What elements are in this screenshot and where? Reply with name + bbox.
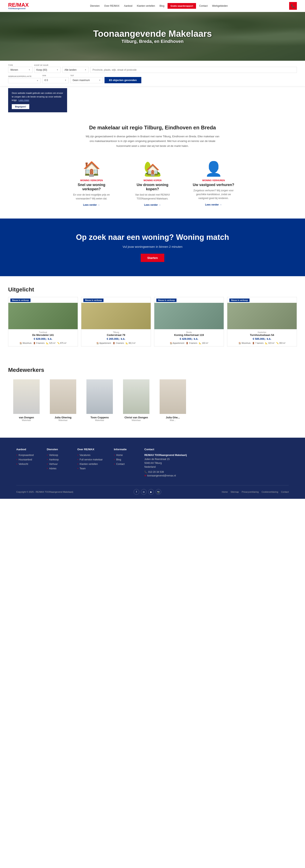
property-card-1[interactable]: Nieuw in verkoop Tilburg Cederstraat 79 …	[81, 297, 151, 346]
uitgelicht-section: Uitgelicht Nieuw in verkoop Turnhout De …	[0, 276, 305, 356]
koop-select-wrapper: Koop of huur Koop (83) ▼	[34, 64, 61, 73]
search-section: Type Wonen ▼ Koop of huur Koop (83) ▼ Al…	[0, 61, 305, 86]
location-input[interactable]	[90, 67, 297, 73]
footer-bottom-link-cookie[interactable]: Cookieverklaring	[261, 491, 278, 493]
service-item-verhuren: 👤 Woning verhuren Uw vastgoed verhuren? …	[191, 160, 236, 206]
worker-4[interactable]: Julia Ghe... Mak...	[155, 379, 191, 422]
type-caret-icon: ▼	[28, 69, 30, 71]
footer-link-verkocht[interactable]: » Verkocht	[16, 463, 36, 465]
phone-button[interactable]: 📞	[289, 2, 297, 10]
card-badge-2: Nieuw in verkoop	[154, 297, 224, 303]
property-card-0[interactable]: Nieuw in verkoop Turnhout De Merodelei 1…	[8, 297, 78, 346]
footer-bottom-link-home[interactable]: Home	[222, 491, 228, 493]
footer-columns: Aanbod » Koopsaanbod » Huuraanbod » Verk…	[16, 448, 289, 477]
property-card-3[interactable]: Nieuw in verkoop Kasterlee Turnhoutsebaa…	[227, 297, 297, 346]
nav-item-contact[interactable]: Contact	[197, 3, 210, 8]
cookie-text: Deze website maakt gebruik van cookies o…	[12, 91, 63, 102]
worker-photo-2	[86, 379, 113, 414]
type-select[interactable]: Wonen ▼	[8, 67, 32, 73]
hero-title: Toonaangevende Makelaars	[0, 29, 305, 39]
facebook-icon[interactable]: f	[134, 489, 139, 495]
koop-caret-icon: ▼	[57, 69, 58, 71]
card-specs-2: 🏠 Appartement 🚪 3 kamers 📐 160 m²	[156, 342, 222, 344]
footer-bottom-link-privacy[interactable]: Privacyverklaring	[242, 491, 259, 493]
footer-link-verkoop[interactable]: » Verkoop	[47, 454, 67, 457]
koop-select[interactable]: Koop (83) ▼	[34, 67, 61, 73]
card-price-2: € 429.000,- k.k.	[156, 337, 222, 340]
price-from-caret-icon: ▼	[65, 79, 66, 81]
service-link-kopen[interactable]: Lees verder →	[144, 204, 161, 206]
type-select-wrapper: Type Wonen ▼	[8, 64, 32, 73]
worker-role-3: Makelaar	[118, 419, 155, 422]
price-to-select[interactable]: Geen maximum ▼	[71, 77, 103, 83]
rooms-wrapper: Gebruiksoppervlakte ▼	[8, 75, 41, 83]
service-tag-kopen: Woning kopen	[130, 179, 175, 182]
worker-role-1: Makelaar	[45, 419, 81, 422]
linkedin-icon[interactable]: in	[141, 489, 147, 495]
property-card-2[interactable]: Nieuw in verkoop Breda Koning Albertstra…	[154, 297, 224, 346]
service-link-verhuren[interactable]: Lees verder →	[205, 203, 222, 206]
cookie-accept-button[interactable]: Begrijpen!	[12, 104, 29, 109]
footer-link-verhuur[interactable]: » Verhuur	[47, 463, 67, 465]
footer-link-contact[interactable]: » Contact	[114, 463, 134, 465]
footer-bottom-links: Home Sitemap Privacyverklaring Cookiever…	[222, 491, 289, 493]
card-address-1: Cederstraat 79	[83, 334, 149, 337]
match-start-button[interactable]: Starten	[141, 254, 164, 262]
service-desc-kopen: Van bod tot sleutel met RE/MAX TOONaange…	[130, 193, 175, 200]
footer-link-fullservice[interactable]: » Full service makelaar	[77, 458, 104, 461]
footer-link-klanten[interactable]: » Klanten vertellen	[77, 463, 104, 465]
worker-0[interactable]: van Dongen Makelaar	[8, 379, 45, 422]
footer-link-home[interactable]: » Home	[114, 454, 134, 457]
search-row-1: Type Wonen ▼ Koop of huur Koop (83) ▼ Al…	[8, 64, 297, 73]
intro-text: Wij zijn gespecialiseerd in diverse gebi…	[83, 134, 222, 148]
worker-2[interactable]: Toon Coppens Makelaar	[81, 379, 118, 422]
footer-link-vacatures[interactable]: » Vacatures	[77, 454, 104, 457]
worker-1[interactable]: Julia Ghering Makelaar	[45, 379, 81, 422]
worker-name-2: Toon Coppens	[81, 416, 118, 419]
worker-3[interactable]: Christ van Dongen Makelaar	[118, 379, 155, 422]
footer: Aanbod » Koopsaanbod » Huuraanbod » Verk…	[0, 438, 305, 499]
card-address-3: Turnhoutsebaan 54	[229, 334, 295, 337]
worker-photo-3	[123, 379, 149, 414]
service-link-verkopen[interactable]: Lees verder →	[83, 204, 100, 206]
footer-bottom-link-sitemap[interactable]: Sitemap	[230, 491, 239, 493]
logo-sub: TOONaangevend	[8, 7, 26, 9]
card-specs-1: 🏠 Appartement 🚪 3 kamers 📐 88,3 m²	[83, 342, 149, 344]
search-button[interactable]: 83 objecten gevonden	[105, 77, 141, 83]
logo-re: RE/	[8, 2, 17, 7]
youtube-icon[interactable]: ▶	[148, 489, 154, 495]
nav-item-werkgebieden[interactable]: Werkgebieden	[210, 3, 230, 8]
rooms-select[interactable]: ▼	[8, 78, 41, 83]
intro-section: De makelaar uit regio Tilburg, Eindhoven…	[0, 114, 305, 158]
nav-item-blog[interactable]: Blog	[157, 3, 166, 8]
footer-bottom-link-contact[interactable]: Contact	[281, 491, 289, 493]
card-image-1	[81, 303, 151, 329]
worker-photo-0	[13, 379, 40, 414]
service-title-kopen: Uw droom woning kopen?	[130, 183, 175, 191]
footer-phone[interactable]: 📞 013 20 34 539	[144, 470, 289, 473]
land-select[interactable]: Alle landen ▼	[62, 67, 89, 73]
nav-btn-waarderapport[interactable]: Gratis waarderapport	[168, 3, 196, 9]
nav-item-aanbod[interactable]: Aanbod	[122, 3, 134, 8]
footer-col-aanbod-title: Aanbod	[16, 448, 36, 451]
footer-link-advies[interactable]: » Advies	[47, 467, 67, 470]
cookie-learn-more-link[interactable]: Lees meer	[19, 99, 29, 101]
logo[interactable]: RE/ MAX TOONaangevend	[8, 2, 29, 9]
nav-item-over[interactable]: Over RE/MAX	[102, 3, 121, 8]
footer-link-blog[interactable]: » Blog	[114, 458, 134, 461]
card-content-0: Turnhout De Merodelei 141 € 629.000,- k.…	[8, 329, 78, 346]
nav-item-diensten[interactable]: Diensten	[88, 3, 102, 8]
footer-link-koopsaanbod[interactable]: » Koopsaanbod	[16, 454, 36, 457]
card-image-2	[154, 303, 224, 329]
hero-subtitle: Tilburg, Breda, en Eindhoven	[0, 39, 305, 44]
worker-role-0: Makelaar	[8, 419, 45, 422]
footer-link-huuraanbod[interactable]: » Huuraanbod	[16, 458, 36, 461]
card-image-0	[8, 303, 78, 329]
footer-email[interactable]: ✉ toonaangevend@remax.nl	[144, 474, 289, 477]
instagram-icon[interactable]: 📷	[156, 489, 161, 495]
footer-link-aankoop[interactable]: » Aankoop	[47, 458, 67, 461]
nav-item-klanten[interactable]: Klanten vertellen	[135, 3, 157, 8]
footer-link-team[interactable]: » Team	[77, 467, 104, 470]
price-from-select[interactable]: € 0 ▼	[42, 77, 69, 83]
location-input-wrapper	[90, 64, 297, 73]
